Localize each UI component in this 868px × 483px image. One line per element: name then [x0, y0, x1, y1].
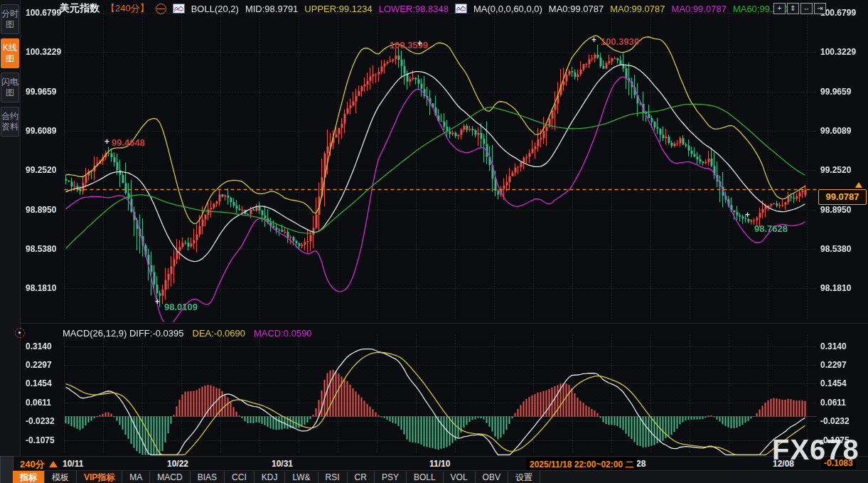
toolbar-item-VIP指标[interactable]: VIP指标: [77, 471, 122, 483]
chart-window: 分时图K线图闪电图合约资料 美元指数 【240分】 BOLL(20,2) MID…: [0, 0, 868, 483]
toolbar-item-MACD[interactable]: MACD: [150, 472, 190, 483]
ma0-value-1: MA0:99.0787: [549, 4, 604, 14]
macd-diff-value: MACD(26,12,9) DIFF:-0.0395: [63, 328, 184, 339]
chart-tools: +⇕⇔⇥: [773, 3, 826, 14]
macd-axis-label-right: 0.1454: [820, 378, 864, 388]
indicator-legend: 美元指数 【240分】 BOLL(20,2) MID:98.9791 UPPER…: [60, 2, 793, 15]
extreme-cross-marker: +: [105, 137, 109, 147]
expand-right-icon[interactable]: ⇥: [814, 3, 826, 14]
price-axis-label-right: 99.2520: [820, 165, 864, 175]
toolbar-item-BIAS[interactable]: BIAS: [191, 472, 225, 483]
toolbar-item-CR[interactable]: CR: [348, 472, 375, 483]
toolbar-item-模板[interactable]: 模板: [45, 471, 77, 483]
boll-upper-value: UPPER:99.1234: [304, 4, 372, 14]
move-icon[interactable]: +: [773, 3, 786, 14]
toolbar-item-MA[interactable]: MA: [122, 472, 150, 483]
macd-axis-label-left: 0.1454: [26, 378, 52, 388]
toolbar-item-KDJ[interactable]: KDJ: [254, 472, 286, 483]
toolbar-item-PSY[interactable]: PSY: [375, 472, 407, 483]
price-axis-label-right: 98.5380: [820, 244, 864, 254]
macd-axis-label-right: 0.2297: [820, 360, 864, 370]
extreme-price-annotation: 100.3599: [390, 40, 428, 51]
extreme-cross-marker: +: [745, 210, 750, 220]
extreme-price-annotation: 99.4648: [112, 137, 145, 148]
x-axis-date: 11/10: [429, 459, 450, 469]
macd-axis-label-left: -0.0232: [26, 416, 55, 426]
price-axis-label-right: 99.9659: [820, 87, 864, 97]
macd-axis-label-left: 0.3140: [26, 341, 52, 351]
price-axis-label-left: 98.5380: [26, 244, 56, 254]
x-axis-date: 10/11: [63, 459, 83, 469]
macd-axis-label-left: 0.2297: [26, 360, 52, 370]
macd-settings-icon[interactable]: [15, 328, 25, 338]
extreme-price-annotation: 100.3939: [601, 36, 639, 47]
price-axis-label-left: 98.1810: [26, 283, 56, 293]
macd-axis-label-right: 0.0611: [820, 398, 864, 408]
sidebar-tab-3[interactable]: 合约资料: [1, 107, 19, 137]
macd-legend: MACD(26,12,9) DIFF:-0.0395 DEA:-0.0690 M…: [63, 328, 312, 339]
price-axis-label-right: 99.6089: [820, 126, 864, 136]
x-axis-date: 10/22: [167, 459, 188, 469]
sidebar-tab-0[interactable]: 分时图: [1, 4, 19, 34]
toolbar-item-指标[interactable]: 指标: [13, 471, 45, 483]
x-axis-date: 12/08: [773, 459, 794, 469]
toolbar-item-OBV[interactable]: OBV: [476, 472, 508, 483]
current-price-badge: 99.0787: [818, 189, 867, 205]
macd-axis-label-left: 0.0611: [26, 398, 51, 408]
price-axis-label-right: 98.1810: [820, 283, 864, 293]
time-axis: 240分 10/1110/2210/3111/1011/2812/082025/…: [13, 456, 868, 471]
chart-type-sidebar: 分时图K线图闪电图合约资料: [0, 0, 21, 469]
period-tag: 【240分】: [106, 2, 149, 15]
toolbar-item-RSI[interactable]: RSI: [318, 472, 348, 483]
macd-dea-value: DEA:-0.0690: [193, 328, 245, 339]
sidebar-tab-1[interactable]: K线图: [1, 38, 19, 68]
boll-lower-value: LOWER:98.8348: [379, 4, 449, 14]
extreme-cross-marker: +: [417, 38, 422, 48]
toolbar-item-VOL[interactable]: VOL: [444, 472, 476, 483]
price-axis-label-left: 99.2520: [26, 165, 56, 175]
macd-axis-label-right: -0.1075: [820, 435, 864, 445]
price-macd-chart-canvas[interactable]: [0, 0, 868, 483]
macd-axis-label-right: 0.3140: [820, 341, 864, 351]
price-axis-label-left: 98.8950: [26, 205, 56, 215]
extreme-cross-marker: +: [155, 297, 160, 307]
boll-label: BOLL(20,2): [191, 4, 239, 14]
toolbar-item-CCI[interactable]: CCI: [225, 472, 254, 483]
toolbar-grip-icon[interactable]: [0, 456, 14, 483]
fit-height-icon[interactable]: ⇕: [787, 3, 799, 14]
price-axis-label-left: 100.6799: [26, 8, 61, 18]
boll-chart-icon[interactable]: [173, 4, 185, 14]
indicator-toolbar: 指标模板VIP指标MAMACDBIASCCIKDJLW&RSICRPSYBOLL…: [13, 470, 868, 483]
macd-macd-value: MACD:0.0590: [254, 328, 312, 339]
ma-chart-icon[interactable]: [455, 4, 467, 14]
price-axis-label-left: 99.6089: [26, 126, 56, 136]
extreme-price-annotation: 98.7628: [754, 223, 788, 234]
extreme-price-annotation: 98.0109: [164, 302, 198, 312]
symbol-title: 美元指数: [60, 2, 100, 15]
extreme-cross-marker: +: [591, 35, 596, 45]
ma-params-label: MA(0,0,0,60,0,0): [473, 4, 542, 14]
macd-axis-label-left: -0.1075: [26, 435, 55, 445]
macd-axis-current-value: -0.1083: [821, 457, 856, 469]
period-selector[interactable]: 240分: [20, 458, 58, 471]
collapse-indicator-icon[interactable]: [156, 4, 166, 14]
price-axis-label-right: 100.6799: [820, 8, 864, 18]
price-axis-label-left: 99.9659: [26, 87, 56, 97]
price-axis-label-left: 100.3229: [26, 47, 61, 57]
price-axis-label-right: 100.3229: [820, 47, 864, 57]
boll-mid-value: MID:98.9791: [245, 4, 298, 14]
ma0-value-3: MA0:99.0787: [672, 4, 727, 14]
macd-axis-label-right: -0.0232: [820, 416, 864, 426]
toolbar-item-LW&[interactable]: LW&: [285, 472, 318, 483]
price-marker-icon: [855, 182, 862, 188]
sidebar-tab-2[interactable]: 闪电图: [1, 73, 19, 102]
chevron-up-icon: [49, 461, 58, 467]
ma0-value-2: MA0:99.0787: [610, 4, 665, 14]
toolbar-item-设置[interactable]: 设置: [508, 471, 540, 483]
x-axis-date: 10/31: [272, 459, 293, 469]
fit-width-icon[interactable]: ⇔: [800, 3, 813, 14]
price-axis-label-right: 98.8950: [820, 205, 864, 215]
toolbar-item-BOLL[interactable]: BOLL: [407, 472, 444, 483]
